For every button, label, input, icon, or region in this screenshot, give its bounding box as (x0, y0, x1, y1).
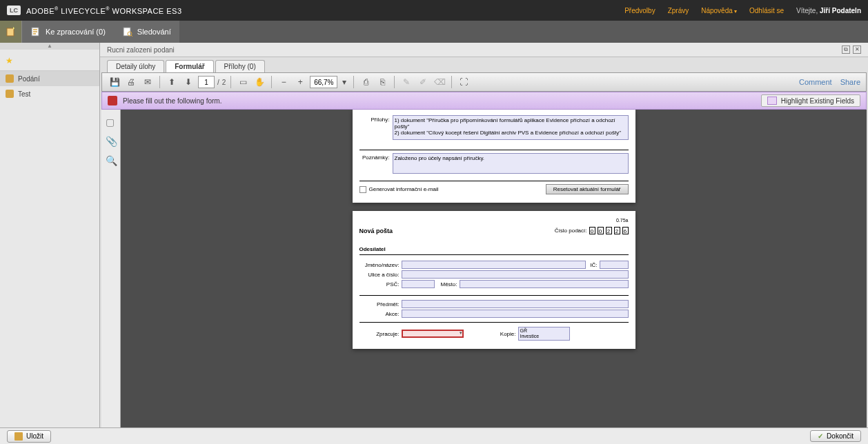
app-title: ADOBE® LIVECYCLE® WORKSPACE ES3 (26, 6, 182, 15)
field-kopie[interactable]: GŘ Investice (518, 327, 570, 341)
complete-button[interactable]: ✓ Dokončit (810, 430, 861, 442)
welcome-text: Vítejte, Jiří Podateln (796, 7, 861, 14)
lc-logo: LC (7, 6, 21, 15)
tool-icon-2[interactable]: ⎘ (375, 75, 389, 89)
header-links: Předvolby Zprávy Nápověda Odhlásit se Ví… (624, 7, 861, 14)
info-bar: Please fill out the following form. High… (101, 92, 867, 110)
label-jmeno: Jméno/název: (359, 262, 400, 268)
search-side-icon[interactable]: 🔍 (106, 155, 117, 166)
pdf-viewer: ▢ 📎 🔍 Přílohy: Poznámky: (101, 110, 867, 427)
label-prilohy: Přílohy: (359, 115, 393, 123)
sidebar-collapse[interactable]: ▲ (0, 43, 99, 50)
field-zpracuje[interactable] (402, 330, 464, 338)
annot-icon-1[interactable]: ✎ (400, 75, 413, 89)
label-predmet: Předmět: (359, 301, 400, 307)
svg-rect-0 (7, 28, 14, 36)
highlight-icon (767, 97, 777, 105)
field-akce[interactable] (402, 310, 629, 318)
label-akce: Akce: (359, 311, 400, 317)
dropdown-icon[interactable]: ▾ (460, 330, 462, 336)
cislo-podaci: Číslo podací: 0 0 2 2 6 (555, 227, 629, 234)
zoom-out-icon[interactable]: − (277, 75, 290, 89)
field-predmet[interactable] (402, 300, 629, 308)
page-sep: / (217, 79, 219, 86)
field-poznamky[interactable] (393, 153, 629, 174)
sidebar-item-test[interactable]: Test (0, 86, 99, 101)
attachments-icon[interactable]: 📎 (106, 136, 117, 147)
form-alert-icon (108, 96, 117, 105)
label-kopie: Kopie: (495, 331, 516, 337)
reset-button[interactable]: Resetovat aktuální formulář (546, 184, 629, 194)
field-ic[interactable] (600, 261, 629, 269)
link-zpravy[interactable]: Zprávy (668, 7, 689, 14)
version-text: 0.75a (359, 216, 629, 224)
page-total: 2 (222, 79, 226, 86)
nav-sledovani[interactable]: Sledování (114, 21, 179, 43)
save-button[interactable]: Uložit (7, 430, 51, 443)
nav-ke-zpracovani[interactable]: Ke zpracování (0) (22, 21, 114, 43)
save-icon[interactable]: 💾 (108, 75, 121, 89)
pdf-page-2: 0.75a Nová pošta Číslo podací: 0 0 2 2 6 (353, 211, 635, 349)
annot-icon-2[interactable]: ✐ (416, 75, 430, 89)
zoom-dropdown-icon[interactable]: ▾ (340, 75, 348, 89)
share-link[interactable]: Share (840, 78, 860, 86)
pdf-page-1: Přílohy: Poznámky: Generovat informační … (353, 110, 635, 203)
zoom-in-icon[interactable]: + (293, 75, 307, 89)
checkbox-gen-email[interactable] (359, 186, 366, 193)
page-up-icon[interactable]: ⬆ (165, 75, 179, 89)
field-mesto[interactable] (460, 280, 629, 288)
tool-icon-1[interactable]: ⎙ (359, 75, 373, 89)
close-icon[interactable]: ✕ (853, 46, 861, 54)
check-icon: ✓ (818, 432, 823, 440)
page-current-input[interactable] (198, 76, 215, 88)
sidebar-item-podani[interactable]: Podání (0, 71, 99, 86)
nav-new[interactable] (0, 21, 22, 43)
hand-icon[interactable]: ✋ (253, 75, 266, 89)
pdf-toolbar: 💾 🖨 ✉ ⬆ ⬇ / 2 ▭ ✋ − + ▾ ⎙ ⎘ ✎ ✐ ⌫ ⛶ (101, 72, 867, 92)
label-poznamky: Poznámky: (359, 153, 393, 161)
tab-detaily[interactable]: Detaily úlohy (107, 60, 164, 72)
tab-formular[interactable]: Formulář (166, 60, 213, 72)
annot-icon-3[interactable]: ⌫ (433, 75, 446, 89)
link-odhlasit[interactable]: Odhlásit se (749, 7, 784, 14)
field-psc[interactable] (402, 280, 435, 288)
print-icon[interactable]: 🖨 (124, 75, 138, 89)
fullscreen-icon[interactable]: ⛶ (457, 75, 471, 89)
field-jmeno[interactable] (402, 261, 586, 269)
tab-prilohy[interactable]: Přílohy (0) (215, 60, 265, 72)
highlight-fields-button[interactable]: Highlight Existing Fields (761, 94, 860, 107)
action-bar: Uložit ✓ Dokončit (0, 427, 868, 444)
breadcrumb: Rucni zalozeni podani ⧉ ✕ (100, 43, 868, 57)
nav-bar: Ke zpracování (0) Sledování (0, 21, 868, 43)
app-header: LC ADOBE® LIVECYCLE® WORKSPACE ES3 Předv… (0, 0, 868, 21)
page2-title: Nová pošta (359, 228, 393, 234)
select-icon[interactable]: ▭ (236, 75, 250, 89)
info-message: Please fill out the following form. (123, 97, 221, 105)
link-predvolby[interactable]: Předvolby (624, 7, 655, 14)
sidebar-favorites[interactable]: ★ (0, 50, 99, 71)
popout-icon[interactable]: ⧉ (842, 46, 850, 54)
pages-container[interactable]: Přílohy: Poznámky: Generovat informační … (121, 110, 867, 427)
thumbnails-icon[interactable]: ▢ (106, 117, 117, 128)
label-mesto: Město: (437, 281, 457, 287)
folder-icon (6, 90, 14, 98)
label-psc: PSČ: (359, 281, 400, 287)
page-down-icon[interactable]: ⬇ (181, 75, 195, 89)
label-zpracuje: Zpracuje: (359, 331, 400, 337)
mail-icon[interactable]: ✉ (141, 75, 155, 89)
comment-link[interactable]: Comment (799, 78, 832, 86)
sidebar: ▲ ★ Podání Test (0, 43, 100, 427)
viewer-side-tools: ▢ 📎 🔍 (101, 110, 121, 427)
task-tabs: Detaily úlohy Formulář Přílohy (0) (100, 57, 868, 72)
label-ic: IČ: (588, 262, 598, 268)
disk-icon (14, 432, 23, 441)
folder-icon (6, 74, 14, 83)
field-prilohy[interactable] (393, 115, 629, 140)
label-gen-email: Generovat informační e-mail (369, 186, 439, 192)
section-odesilatel: Odesílatel (359, 244, 629, 255)
star-icon: ★ (6, 56, 13, 65)
field-ulice[interactable] (402, 270, 629, 279)
label-ulice: Ulice a číslo: (359, 272, 400, 278)
link-napoveda[interactable]: Nápověda (701, 7, 737, 14)
zoom-input[interactable] (310, 76, 337, 88)
